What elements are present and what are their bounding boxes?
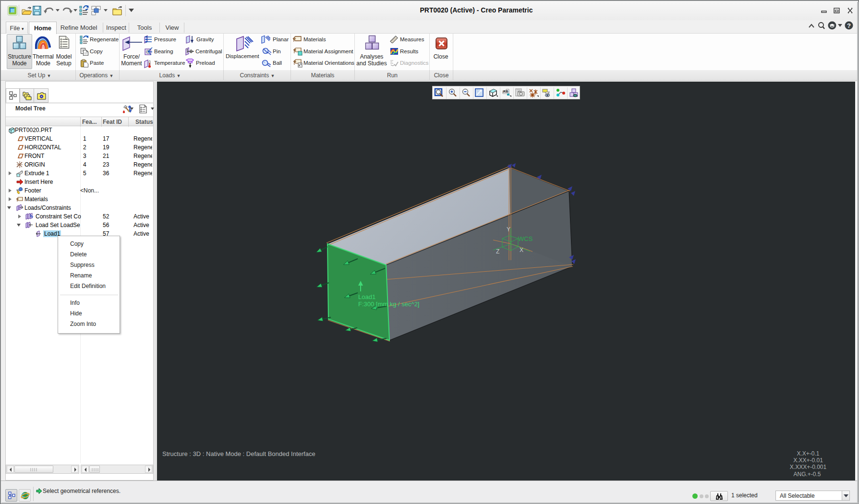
svg-text:?: ? bbox=[847, 22, 851, 29]
svg-text:X.X+-0.1: X.X+-0.1 bbox=[797, 450, 819, 457]
svg-text:Structure : 3D : Native Mode :: Structure : 3D : Native Mode : Default B… bbox=[162, 450, 315, 457]
svg-text:WCS: WCS bbox=[518, 235, 533, 242]
svg-text:X.XX+-0.01: X.XX+-0.01 bbox=[793, 457, 823, 464]
svg-text:X.XXX+-0.001: X.XXX+-0.001 bbox=[790, 464, 827, 470]
svg-text:Z: Z bbox=[496, 248, 499, 255]
svg-text:Load1: Load1 bbox=[358, 293, 375, 300]
svg-text:ANG.+-0.5: ANG.+-0.5 bbox=[793, 471, 821, 478]
svg-text:Y: Y bbox=[507, 226, 510, 233]
svg-text:X: X bbox=[520, 247, 523, 253]
svg-text:F:300 [mm kg / sec^2]: F:300 [mm kg / sec^2] bbox=[358, 300, 419, 308]
svg-text:AB: AB bbox=[503, 89, 508, 94]
svg-text:x: x bbox=[299, 63, 300, 66]
